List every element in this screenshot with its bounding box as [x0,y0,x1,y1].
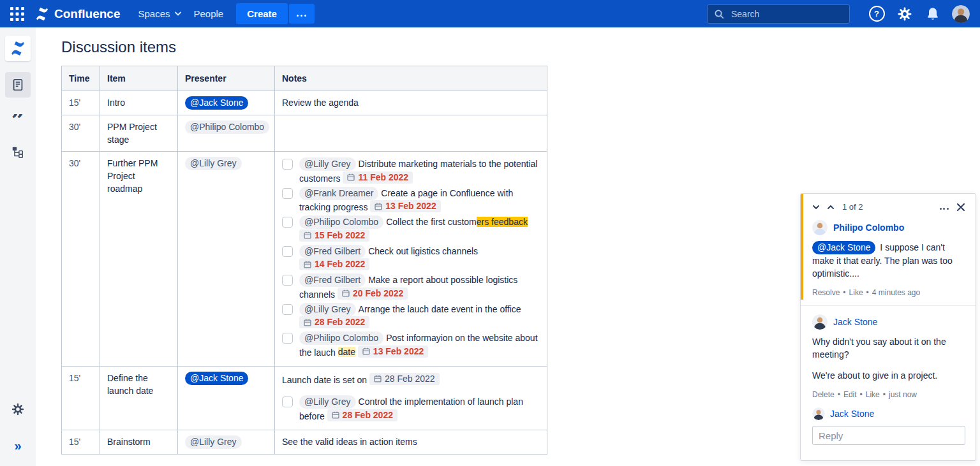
mention-pill[interactable]: @Jack Stone [185,96,248,110]
date-badge[interactable]: 14 Feb 2022 [299,258,369,270]
task-checkbox[interactable] [282,246,293,257]
date-text: 15 Feb 2022 [315,229,365,242]
nav-spaces[interactable]: Spaces [131,4,187,23]
expand-sidebar-button[interactable]: » [5,433,31,458]
notifications-button[interactable] [923,4,943,24]
date-badge[interactable]: 13 Feb 2022 [358,346,428,358]
confluence-brand[interactable]: Confluence [34,6,120,22]
close-comments-button[interactable] [956,203,965,212]
sidebar-settings[interactable] [5,397,31,422]
mention-pill[interactable]: @Lilly Grey [299,395,356,409]
task-checkbox[interactable] [282,217,293,228]
mention-pill[interactable]: @Philipo Colombo [299,215,383,229]
calendar-icon [374,375,382,382]
mention-pill[interactable]: @Jack Stone [812,241,875,254]
task-body: @Fred GilbertCheck out ligistics channel… [299,245,540,273]
time-cell: 15' [62,366,100,430]
task-checkbox[interactable] [282,188,293,199]
prev-comment-chevron[interactable] [827,205,835,210]
task-item: @Lilly GreyArrange the lauch date event … [282,303,540,331]
mention-pill[interactable]: @Lilly Grey [185,157,242,170]
mention-pill[interactable]: @Lilly Grey [299,303,356,316]
mention-pill[interactable]: @Lilly Grey [299,157,356,171]
task-checkbox[interactable] [282,333,293,344]
table-header-row: TimeItemPresenterNotes [62,66,547,91]
comment-author-name[interactable]: Jack Stone [833,317,877,327]
sidebar-item-pages[interactable] [5,72,31,98]
global-search[interactable] [707,4,850,24]
calendar-icon [304,261,311,268]
user-avatar[interactable] [951,4,971,24]
mention-pill[interactable]: @Jack Stone [185,372,248,385]
date-badge[interactable]: 28 Feb 2022 [299,316,369,328]
task-checkbox[interactable] [282,397,293,407]
task-body: @Philipo ColomboCollect the first custom… [299,215,540,244]
comments-list: Philipo Colombo@Jack Stone I suppose I c… [812,220,965,399]
note-line: Launch date is set on 28 Feb 2022 [282,373,540,387]
mention-pill[interactable]: @Philipo Colombo [185,120,269,134]
confluence-logo [34,6,50,22]
task-checkbox[interactable] [282,159,293,170]
comment-action-resolve[interactable]: Resolve [812,288,840,297]
search-icon [714,9,724,19]
comment-body: Why didn't you say about it on the meeti… [812,335,965,382]
mention-pill[interactable]: @Fred Gilbert [299,273,366,287]
comment-author-name[interactable]: Philipo Colombo [833,222,904,233]
presenter-cell: @Philipo Colombo [178,115,275,152]
column-header: Item [100,66,178,91]
comment-timestamp: 4 minutes ago [872,288,920,297]
nav-right-group: ? [707,4,971,24]
date-badge[interactable]: 28 Feb 2022 [369,373,440,385]
search-input[interactable] [730,8,848,20]
date-badge[interactable]: 11 Feb 2022 [343,171,413,184]
mention-pill[interactable]: @Fred Gilbert [299,245,366,258]
more-ellipsis-icon [939,202,949,212]
create-button[interactable]: Create [236,3,288,24]
sidebar-item-quotes[interactable]: ” [5,108,31,134]
table-row: 15'Brainstorm@Lilly GreySee the valid id… [62,430,547,454]
time-cell: 30' [62,152,100,367]
comment-meta: Delete•Edit•Like•just now [812,390,965,399]
item-cell: Brainstorm [100,430,178,454]
mention-pill[interactable]: @Lilly Grey [185,435,242,449]
task-checkbox[interactable] [282,304,293,315]
comment-more-button[interactable] [939,202,949,212]
table-row: 15'Intro@Jack StoneReview the agenda [62,91,547,115]
comment-action-edit[interactable]: Edit [843,390,857,399]
comment-body: @Jack Stone I suppose I can't make it th… [812,241,965,280]
brand-label: Confluence [54,7,120,21]
nav-people[interactable]: People [188,4,230,23]
help-button[interactable]: ? [866,4,887,24]
nav-more-button[interactable] [289,4,315,24]
comment-avatar [812,220,828,235]
sidebar-item-page-tree[interactable] [5,139,31,164]
task-item: @Lilly GreyDistribute marketing material… [282,157,540,186]
notes-cell: Review the agenda [275,91,547,115]
highlighted-text[interactable]: ers feedback [477,217,528,227]
calendar-icon [375,203,382,210]
avatar [812,314,828,330]
expand-sidebar-icon: » [14,440,21,451]
reply-input[interactable] [812,426,965,445]
gear-icon [897,6,912,22]
admin-settings-button[interactable] [895,4,915,24]
comment-action-like[interactable]: Like [866,390,880,399]
task-checkbox[interactable] [282,275,293,286]
date-badge[interactable]: 20 Feb 2022 [338,288,408,300]
notes-cell: Launch date is set on 28 Feb 2022@Lilly … [275,366,547,430]
comment-action-delete[interactable]: Delete [812,390,835,399]
date-badge[interactable]: 28 Feb 2022 [327,409,397,421]
date-badge[interactable]: 13 Feb 2022 [370,200,440,212]
comment-timestamp: just now [889,390,917,399]
date-badge[interactable]: 15 Feb 2022 [299,229,369,242]
highlighted-text[interactable]: date [338,347,355,357]
presenter-cell: @Jack Stone [178,366,275,430]
nav-spaces-label: Spaces [138,8,170,19]
sidebar-space-logo[interactable] [5,36,31,61]
app-switcher-grid-icon[interactable] [9,6,26,22]
next-comment-chevron[interactable] [812,205,820,210]
mention-pill[interactable]: @Frank Dreamer [299,187,378,200]
item-cell: Define the launch date [100,366,178,430]
comment-action-like[interactable]: Like [849,288,863,297]
mention-pill[interactable]: @Philipo Colombo [299,331,383,345]
